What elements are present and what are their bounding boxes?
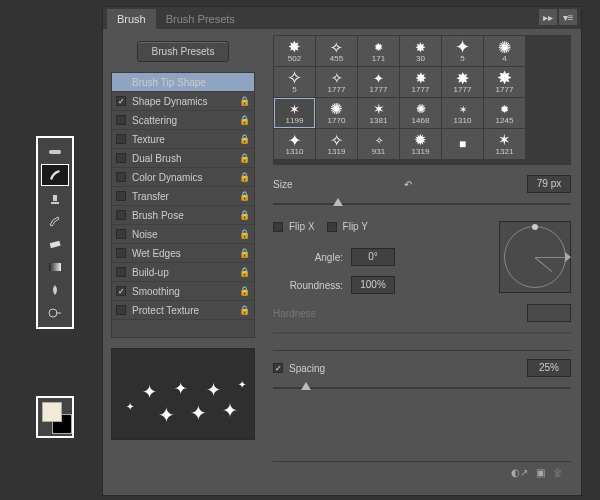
option-texture[interactable]: Texture🔒 xyxy=(112,130,254,149)
brush-thumb-30[interactable]: ✸30 xyxy=(400,36,441,66)
option-checkbox[interactable] xyxy=(116,115,126,125)
angle-value[interactable]: 0° xyxy=(351,248,395,266)
brush-presets-button[interactable]: Brush Presets xyxy=(137,41,230,62)
option-label: Shape Dynamics xyxy=(132,96,208,107)
brush-thumb-5[interactable]: ✦5 xyxy=(442,36,483,66)
brush-thumb-1199[interactable]: ✶1199 xyxy=(274,98,315,128)
brush-thumb-1777[interactable]: ✸1777 xyxy=(400,67,441,97)
size-label: Size xyxy=(273,179,292,190)
spacing-checkbox[interactable]: ✓ xyxy=(273,363,283,373)
brush-thumb-171[interactable]: ✹171 xyxy=(358,36,399,66)
tool-dodge[interactable] xyxy=(41,302,69,324)
option-build-up[interactable]: Build-up🔒 xyxy=(112,263,254,282)
option-checkbox[interactable] xyxy=(116,172,126,182)
option-dual-brush[interactable]: Dual Brush🔒 xyxy=(112,149,254,168)
brush-thumb-4[interactable]: ✺4 xyxy=(484,36,525,66)
option-brush-pose[interactable]: Brush Pose🔒 xyxy=(112,206,254,225)
hardness-label: Hardness xyxy=(273,308,316,319)
lock-icon[interactable]: 🔒 xyxy=(239,96,250,106)
size-slider[interactable] xyxy=(273,195,571,213)
toggle-live-preview-icon[interactable]: ◐↗ xyxy=(511,467,528,478)
option-checkbox[interactable] xyxy=(116,210,126,220)
option-shape-dynamics[interactable]: ✓Shape Dynamics🔒 xyxy=(112,92,254,111)
color-swatch[interactable] xyxy=(36,396,74,438)
fg-color[interactable] xyxy=(42,402,62,422)
flip-y-label: Flip Y xyxy=(343,221,368,232)
brush-thumb-1310[interactable]: ✶1310 xyxy=(442,98,483,128)
option-checkbox[interactable] xyxy=(116,267,126,277)
option-protect-texture[interactable]: Protect Texture🔒 xyxy=(112,301,254,320)
lock-icon[interactable]: 🔒 xyxy=(239,210,250,220)
tool-eraser[interactable] xyxy=(41,233,69,255)
tool-history-brush[interactable] xyxy=(41,210,69,232)
brush-thumb-1777[interactable]: ✸1777 xyxy=(484,67,525,97)
size-value[interactable]: 79 px xyxy=(527,175,571,193)
brush-thumb-931[interactable]: ✧931 xyxy=(358,129,399,159)
option-scattering[interactable]: Scattering🔒 xyxy=(112,111,254,130)
option-checkbox[interactable] xyxy=(116,229,126,239)
brush-thumb-1777[interactable]: ✧1777 xyxy=(316,67,357,97)
brush-thumb-455[interactable]: ✧455 xyxy=(316,36,357,66)
brush-thumb-1310[interactable]: ✦1310 xyxy=(274,129,315,159)
option-label: Color Dynamics xyxy=(132,172,203,183)
lock-icon[interactable]: 🔒 xyxy=(239,153,250,163)
tool-brush[interactable] xyxy=(41,164,69,186)
brush-thumb-1321[interactable]: ✶1321 xyxy=(484,129,525,159)
lock-icon[interactable]: 🔒 xyxy=(239,267,250,277)
option-checkbox[interactable] xyxy=(116,305,126,315)
tool-gradient[interactable] xyxy=(41,256,69,278)
tool-blur[interactable] xyxy=(41,279,69,301)
angle-dial[interactable] xyxy=(499,221,571,293)
flip-x-checkbox[interactable] xyxy=(273,222,283,232)
brush-thumb-1770[interactable]: ✺1770 xyxy=(316,98,357,128)
option-checkbox[interactable] xyxy=(116,191,126,201)
option-checkbox[interactable] xyxy=(116,248,126,258)
tab-brush-presets[interactable]: Brush Presets xyxy=(156,9,245,29)
lock-icon[interactable]: 🔒 xyxy=(239,305,250,315)
option-transfer[interactable]: Transfer🔒 xyxy=(112,187,254,206)
brush-thumb-5[interactable]: ✧5 xyxy=(274,67,315,97)
option-noise[interactable]: Noise🔒 xyxy=(112,225,254,244)
option-checkbox[interactable]: ✓ xyxy=(116,96,126,106)
lock-icon[interactable]: 🔒 xyxy=(239,229,250,239)
brush-thumb-1319[interactable]: ✧1319 xyxy=(316,129,357,159)
lock-icon[interactable]: 🔒 xyxy=(239,134,250,144)
option-checkbox[interactable] xyxy=(116,134,126,144)
roundness-value[interactable]: 100% xyxy=(351,276,395,294)
tool-healing[interactable] xyxy=(41,141,69,163)
lock-icon[interactable]: 🔒 xyxy=(239,172,250,182)
option-brush-tip-shape[interactable]: Brush Tip Shape xyxy=(112,73,254,92)
brush-thumbnail-grid[interactable]: ✸502✧455✹171✸30✦5✺4✧5✧1777✦1777✸1777✸177… xyxy=(273,35,571,165)
brush-thumb-1245[interactable]: ✹1245 xyxy=(484,98,525,128)
lock-icon[interactable]: 🔒 xyxy=(239,286,250,296)
option-wet-edges[interactable]: Wet Edges🔒 xyxy=(112,244,254,263)
option-checkbox[interactable] xyxy=(116,153,126,163)
spacing-slider[interactable] xyxy=(273,379,571,397)
lock-icon[interactable]: 🔒 xyxy=(239,191,250,201)
brush-thumb-1319[interactable]: ✹1319 xyxy=(400,129,441,159)
panel-menu-icon[interactable]: ▾≡ xyxy=(559,9,577,25)
reset-size-icon[interactable]: ↶ xyxy=(398,175,418,193)
new-brush-icon[interactable]: ▣ xyxy=(536,467,545,478)
option-color-dynamics[interactable]: Color Dynamics🔒 xyxy=(112,168,254,187)
brush-thumb-1777[interactable]: ✦1777 xyxy=(358,67,399,97)
lock-icon[interactable]: 🔒 xyxy=(239,248,250,258)
spacing-value[interactable]: 25% xyxy=(527,359,571,377)
option-smoothing[interactable]: ✓Smoothing🔒 xyxy=(112,282,254,301)
flip-y-checkbox[interactable] xyxy=(327,222,337,232)
roundness-label: Roundness: xyxy=(273,280,343,291)
hardness-value xyxy=(527,304,571,322)
svg-rect-0 xyxy=(49,150,61,154)
lock-icon[interactable]: 🔒 xyxy=(239,115,250,125)
brush-thumb-blank[interactable]: ■ xyxy=(442,129,483,159)
brush-thumb-1777[interactable]: ✸1777 xyxy=(442,67,483,97)
panel-collapse-icon[interactable]: ▸▸ xyxy=(539,9,557,25)
tab-brush[interactable]: Brush xyxy=(107,9,156,29)
brush-thumb-502[interactable]: ✸502 xyxy=(274,36,315,66)
brush-thumb-1468[interactable]: ✺1468 xyxy=(400,98,441,128)
option-checkbox[interactable]: ✓ xyxy=(116,286,126,296)
brush-thumb-1381[interactable]: ✶1381 xyxy=(358,98,399,128)
trash-icon[interactable]: 🗑 xyxy=(553,467,563,478)
svg-point-3 xyxy=(49,309,57,317)
tool-stamp[interactable] xyxy=(41,187,69,209)
